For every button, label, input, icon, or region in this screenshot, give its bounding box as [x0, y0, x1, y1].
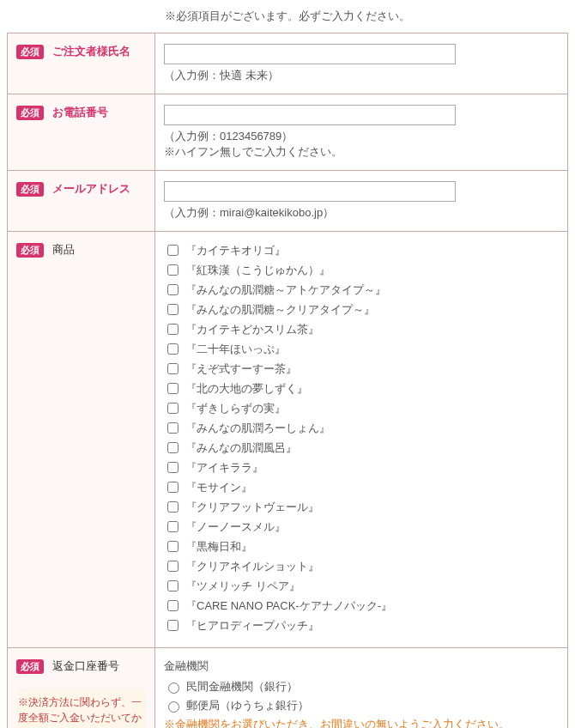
refund-option-post: 郵便局（ゆうちょ銀行） — [186, 698, 309, 713]
phone-input[interactable] — [164, 105, 456, 125]
product-item: 『紅珠漢（こうじゅかん）』 — [164, 262, 559, 278]
product-checkbox[interactable] — [167, 620, 179, 631]
email-input[interactable] — [164, 181, 456, 202]
refund-option-bank: 民間金融機関（銀行） — [186, 679, 298, 695]
product-item: 『CARE NANO PACK-ケアナノパック-』 — [164, 598, 559, 614]
refund-radio-bank[interactable] — [168, 682, 179, 694]
product-checkbox[interactable] — [167, 304, 179, 315]
phone-note: ※ハイフン無しでご入力ください。 — [164, 144, 559, 160]
product-checkbox[interactable] — [167, 600, 179, 611]
product-label: 『モサイン』 — [185, 480, 252, 495]
product-item: 『ノーノースメル』 — [164, 519, 559, 535]
product-item: 『クリアネイルショット』 — [164, 558, 559, 574]
label-name: ご注文者様氏名 — [52, 45, 130, 58]
product-label: 『黒梅日和』 — [185, 539, 252, 555]
product-label: 『ずきしらずの実』 — [185, 401, 286, 416]
product-label: 『ノーノースメル』 — [185, 519, 286, 535]
product-label: 『北の大地の夢しずく』 — [185, 381, 308, 397]
refund-radio-post[interactable] — [168, 701, 179, 713]
product-label: 『ツメリッチ リペア』 — [185, 579, 300, 594]
product-checkbox[interactable] — [167, 422, 179, 434]
product-checkbox[interactable] — [167, 442, 179, 453]
product-item: 『カイテキオリゴ』 — [164, 242, 559, 258]
required-badge: 必須 — [16, 243, 44, 258]
product-item: 『黒梅日和』 — [164, 538, 559, 555]
name-hint: （入力例：快適 未来） — [164, 68, 559, 83]
product-item: 『アイキララ』 — [164, 459, 559, 476]
product-list: 『カイテキオリゴ』『紅珠漢（こうじゅかん）』『みんなの肌潤糖～アトケアタイプ～』… — [164, 242, 559, 634]
label-email: メールアドレス — [52, 182, 130, 195]
product-label: 『みんなの肌潤ろーしょん』 — [185, 421, 330, 436]
product-item: 『みんなの肌潤糖～アトケアタイプ～』 — [164, 282, 559, 298]
product-checkbox[interactable] — [167, 264, 179, 276]
product-label: 『クリアネイルショット』 — [185, 559, 319, 574]
product-label: 『CARE NANO PACK-ケアナノパック-』 — [185, 598, 392, 614]
label-refund: 返金口座番号 — [52, 659, 119, 672]
product-checkbox[interactable] — [167, 580, 179, 592]
product-item: 『北の大地の夢しずく』 — [164, 380, 559, 397]
form-table: 必須 ご注文者様氏名 （入力例：快適 未来） 必須 お電話番号 （入力例：012… — [7, 33, 568, 728]
product-item: 『ずきしらずの実』 — [164, 400, 559, 416]
product-checkbox[interactable] — [167, 462, 179, 473]
refund-caution: ※決済方法に関わらず、一度全額ご入金いただいてから、ご申請の口座に返金いたします… — [16, 689, 146, 728]
product-checkbox[interactable] — [167, 284, 179, 295]
label-phone: お電話番号 — [52, 106, 108, 118]
product-label: 『紅珠漢（こうじゅかん）』 — [185, 263, 330, 278]
product-checkbox[interactable] — [167, 363, 179, 374]
product-label: 『二十年ほいっぷ』 — [185, 342, 286, 357]
product-label: 『みんなの肌潤糖～クリアタイプ～』 — [185, 302, 375, 318]
name-input[interactable] — [164, 44, 456, 64]
product-label: 『アイキララ』 — [185, 460, 263, 476]
required-badge: 必須 — [16, 45, 44, 59]
product-item: 『ヒアロディープパッチ』 — [164, 617, 559, 634]
product-checkbox[interactable] — [167, 482, 179, 493]
top-note: ※必須項目がございます。必ずご入力ください。 — [0, 0, 575, 33]
label-products: 商品 — [52, 243, 75, 256]
product-checkbox[interactable] — [167, 383, 179, 394]
product-item: 『みんなの肌潤風呂』 — [164, 440, 559, 456]
product-item: 『カイテキどかスリム茶』 — [164, 321, 559, 337]
refund-subhead: 金融機関 — [164, 658, 559, 674]
product-label: 『カイテキオリゴ』 — [185, 243, 286, 258]
product-item: 『二十年ほいっぷ』 — [164, 341, 559, 357]
product-item: 『クリアフットヴェール』 — [164, 499, 559, 515]
required-badge: 必須 — [16, 182, 44, 197]
phone-hint: （入力例：0123456789） — [164, 129, 559, 144]
product-label: 『みんなの肌潤糖～アトケアタイプ～』 — [185, 282, 386, 298]
product-item: 『みんなの肌潤糖～クリアタイプ～』 — [164, 301, 559, 318]
required-badge: 必須 — [16, 659, 44, 674]
product-label: 『カイテキどかスリム茶』 — [185, 322, 319, 337]
product-item: 『ツメリッチ リペア』 — [164, 578, 559, 594]
product-label: 『クリアフットヴェール』 — [185, 500, 319, 515]
email-hint: （入力例：mirai@kaitekikobo.jp） — [164, 205, 559, 221]
product-item: 『えぞ式すーすー茶』 — [164, 361, 559, 377]
product-checkbox[interactable] — [167, 521, 179, 532]
required-badge: 必須 — [16, 106, 44, 120]
product-checkbox[interactable] — [167, 245, 179, 256]
product-item: 『モサイン』 — [164, 479, 559, 495]
product-label: 『ヒアロディープパッチ』 — [185, 618, 319, 634]
product-label: 『みんなの肌潤風呂』 — [185, 440, 297, 456]
product-checkbox[interactable] — [167, 403, 179, 414]
product-checkbox[interactable] — [167, 324, 179, 335]
product-label: 『えぞ式すーすー茶』 — [185, 361, 297, 377]
product-checkbox[interactable] — [167, 541, 179, 552]
product-item: 『みんなの肌潤ろーしょん』 — [164, 420, 559, 436]
product-checkbox[interactable] — [167, 501, 179, 513]
refund-warn: ※金融機関をお選びいただき、お間違いの無いようご入力ください。 — [164, 717, 559, 728]
product-checkbox[interactable] — [167, 561, 179, 572]
product-checkbox[interactable] — [167, 343, 179, 355]
